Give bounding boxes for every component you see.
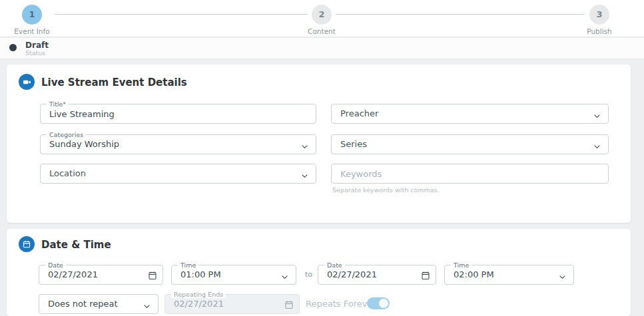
step-connector [55,14,308,15]
title-input[interactable] [41,104,316,123]
end-time-label: Time [451,261,472,269]
keywords-field[interactable] [331,164,609,184]
keywords-helper-text: Separate keywords with commas. [332,186,440,194]
video-camera-icon [19,74,35,90]
status-value: Draft [25,41,49,50]
repeating-ends-label: Repeating Ends [171,291,226,298]
location-select-value: Location [41,164,316,183]
step-content[interactable]: 2 Content [282,5,362,35]
step-number[interactable]: 2 [312,5,332,25]
start-date-label: Date [45,261,66,269]
event-details-card: Live Stream Event Details Title* Preache… [7,65,631,223]
step-number[interactable]: 1 [22,5,42,25]
end-date-field[interactable]: Date 02/27/2021 [318,265,436,285]
series-select-value: Series [332,135,608,154]
status-bar: Draft Status [0,38,644,59]
wizard-stepper: 1 Event Info 2 Content 3 Publish [0,0,644,37]
categories-select[interactable]: Categories Sunday Worship [40,134,316,154]
start-time-select[interactable]: Time 01:00 PM [171,265,296,285]
status-dot-icon [9,44,17,51]
step-connector [336,14,585,15]
series-select[interactable]: Series [331,134,609,154]
step-number[interactable]: 3 [589,5,609,25]
step-label: Content [282,27,362,35]
date-time-card: Date & Time Date 02/27/2021 Time 01:00 P… [7,229,631,316]
card-title: Date & Time [41,239,111,251]
card-title: Live Stream Event Details [41,77,187,88]
to-separator: to [305,270,312,279]
preacher-select-value: Preacher [332,104,608,123]
step-label: Event Info [0,27,72,35]
start-date-field[interactable]: Date 02/27/2021 [39,265,163,285]
end-date-label: Date [324,261,345,269]
location-select[interactable]: Location [40,164,316,184]
keywords-input[interactable] [332,164,608,183]
calendar-icon [19,236,35,252]
preacher-select[interactable]: Preacher [331,104,609,124]
repeat-select[interactable]: Does not repeat [39,294,159,314]
step-publish[interactable]: 3 Publish [559,5,639,35]
repeats-forever-toggle[interactable] [367,297,390,309]
repeats-forever-label: Repeats Forever [306,299,376,309]
repeat-select-value: Does not repeat [39,295,158,313]
repeating-ends-field: Repeating Ends 02/27/2021 [164,294,300,314]
categories-select-label: Categories [47,131,86,138]
status-label: Status [25,49,45,57]
start-time-label: Time [178,261,198,269]
step-label: Publish [559,27,639,35]
title-field-label: Title* [47,100,69,108]
step-event-info[interactable]: 1 Event Info [0,5,72,35]
end-time-select[interactable]: Time 02:00 PM [444,265,574,285]
title-field[interactable]: Title* [40,104,316,124]
